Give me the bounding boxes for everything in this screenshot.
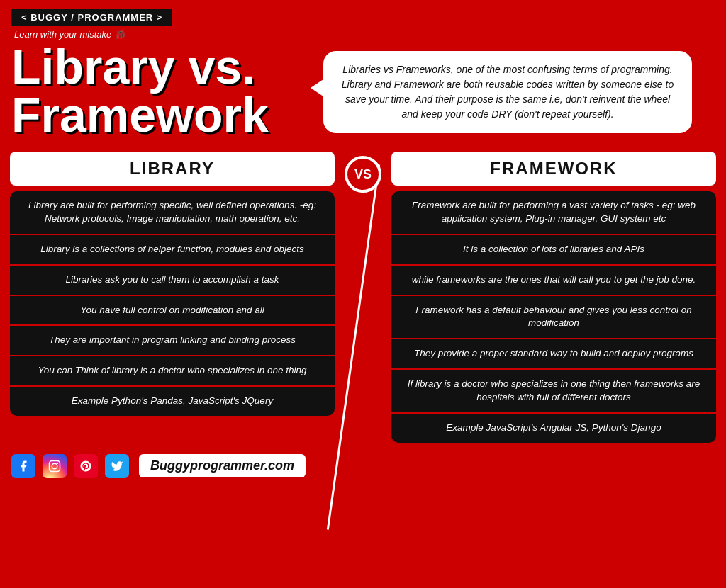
- facebook-icon[interactable]: [11, 454, 35, 478]
- framework-header: FRAMEWORK: [391, 152, 716, 186]
- instagram-icon[interactable]: [43, 454, 67, 478]
- library-column: LIBRARY Library are built for performing…: [10, 152, 335, 416]
- list-item: It is a collection of lots of libraries …: [391, 235, 716, 266]
- list-item: You can Think of library is a doctor who…: [10, 356, 335, 387]
- svg-point-1: [52, 463, 57, 469]
- footer: Buggyprogrammer.com: [0, 448, 726, 484]
- list-item: You have full control on modification an…: [10, 296, 335, 327]
- pinterest-icon[interactable]: [74, 454, 98, 478]
- list-item: Library is a collections of helper funct…: [10, 235, 335, 266]
- framework-column: FRAMEWORK Framework are built for perfor…: [391, 152, 716, 443]
- list-item: Framework are built for performing a vas…: [391, 191, 716, 235]
- social-icons: [11, 454, 129, 478]
- library-items-container: Library are built for performing specifi…: [10, 191, 335, 416]
- list-item: They provide a proper standard way to bu…: [391, 339, 716, 370]
- list-item: They are important in program linking an…: [10, 326, 335, 356]
- main-title: Library vs. Framework: [11, 43, 309, 139]
- vs-divider: VS: [342, 152, 384, 193]
- brand-topbar: < BUGGY / PROGRAMMER >: [11, 9, 172, 26]
- framework-items-container: Framework are built for performing a vas…: [391, 191, 716, 443]
- list-item: while frameworks are the ones that will …: [391, 266, 716, 296]
- svg-point-2: [57, 463, 58, 464]
- twitter-icon[interactable]: [105, 454, 129, 478]
- library-header: LIBRARY: [10, 152, 335, 186]
- svg-rect-0: [50, 460, 60, 471]
- list-item: Framework has a default behaviour and gi…: [391, 296, 716, 340]
- vs-badge: VS: [345, 156, 381, 193]
- list-item: Libraries ask you to call them to accomp…: [10, 266, 335, 296]
- list-item: If library is a doctor who specializes i…: [391, 370, 716, 414]
- list-item: Example JavaScript's Angular JS, Python'…: [391, 414, 716, 443]
- list-item: Library are built for performing specifi…: [10, 191, 335, 235]
- list-item: Example Python's Pandas, JavaScript's JQ…: [10, 387, 335, 416]
- subtitle: Learn with your mistake 🐞: [14, 29, 726, 40]
- intro-bubble: Libraries vs Frameworks, one of the most…: [323, 51, 692, 133]
- website-badge: Buggyprogrammer.com: [139, 454, 306, 477]
